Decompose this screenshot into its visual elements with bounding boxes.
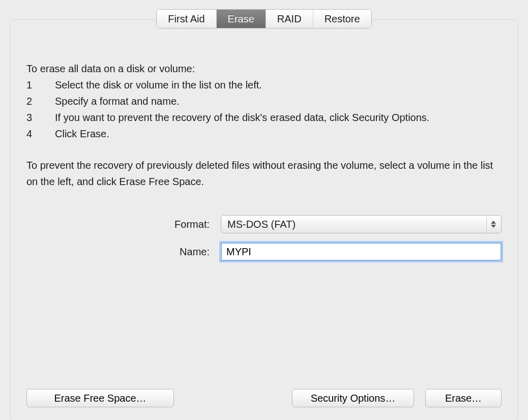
erase-form: Format: MS-DOS (FAT) Name: — [26, 215, 502, 261]
step-text: If you want to prevent the recovery of t… — [55, 109, 502, 126]
svg-marker-0 — [491, 221, 496, 224]
name-input[interactable] — [221, 243, 502, 261]
step-number: 3 — [26, 109, 55, 126]
format-label: Format: — [26, 219, 221, 230]
tab-erase[interactable]: Erase — [217, 10, 266, 28]
tab-restore[interactable]: Restore — [313, 10, 371, 28]
step-text: Specify a format and name. — [55, 93, 502, 109]
name-label: Name: — [26, 246, 221, 258]
format-select[interactable]: MS-DOS (FAT) — [221, 215, 502, 233]
step-number: 4 — [26, 126, 55, 142]
free-space-note: To prevent the recovery of previously de… — [26, 157, 502, 190]
format-select-value: MS-DOS (FAT) — [227, 219, 296, 230]
step-number: 2 — [26, 93, 55, 109]
security-options-button[interactable]: Security Options… — [292, 389, 414, 407]
tab-raid[interactable]: RAID — [266, 10, 313, 28]
tab-first-aid[interactable]: First Aid — [157, 10, 216, 28]
erase-button[interactable]: Erase… — [425, 389, 502, 407]
erase-free-space-button[interactable]: Erase Free Space… — [26, 389, 174, 407]
erase-panel: To erase all data on a disk or volume: 1… — [10, 19, 518, 420]
updown-arrows-icon — [490, 216, 497, 233]
instructions-intro: To erase all data on a disk or volume: — [26, 61, 502, 77]
step-text: Click Erase. — [55, 126, 502, 142]
svg-marker-1 — [491, 225, 496, 228]
tab-bar: First Aid Erase RAID Restore — [10, 9, 518, 28]
step-number: 1 — [26, 77, 55, 93]
instructions-block: To erase all data on a disk or volume: 1… — [26, 61, 502, 142]
step-text: Select the disk or volume in the list on… — [55, 77, 502, 93]
